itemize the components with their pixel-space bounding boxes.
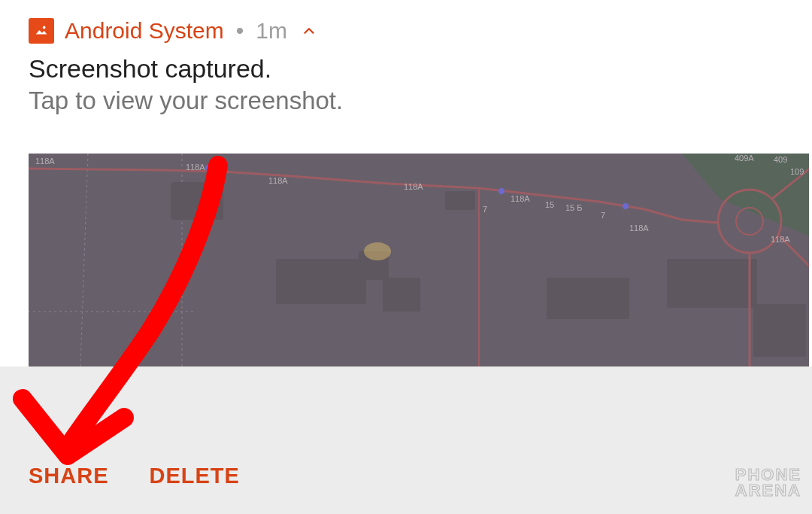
svg-point-1	[43, 26, 46, 29]
gallery-app-icon	[29, 18, 54, 44]
screenshot-thumbnail[interactable]: 118A 118A 118A 118A 118A 15 15 Б 7 7 118…	[29, 154, 809, 366]
svg-point-24	[623, 203, 629, 209]
map-label: 118A	[511, 194, 530, 203]
svg-point-23	[498, 188, 504, 194]
svg-rect-7	[276, 259, 366, 304]
svg-point-14	[364, 242, 391, 260]
map-label: 7	[483, 205, 487, 214]
map-label: 118A	[629, 224, 649, 233]
svg-point-22	[205, 165, 211, 171]
map-label: 409A	[735, 154, 754, 163]
svg-rect-9	[383, 278, 420, 312]
map-label: 118A	[771, 235, 790, 244]
notification-subtitle: Tap to view your screenshot.	[29, 87, 783, 115]
map-label: 7	[601, 211, 605, 220]
map-label: 109	[790, 167, 804, 176]
notification-actions: SHARE DELETE	[0, 366, 812, 514]
watermark-logo: PHONE ARENA	[735, 467, 801, 499]
map-label: 118A	[186, 163, 205, 172]
svg-rect-13	[753, 304, 806, 357]
svg-rect-12	[667, 259, 757, 308]
watermark-line2: ARENA	[735, 483, 801, 499]
notification-header[interactable]: Android System • 1m	[29, 18, 783, 44]
separator-dot: •	[236, 18, 244, 44]
map-label: 118A	[404, 182, 423, 191]
app-name-label: Android System	[65, 18, 224, 44]
svg-rect-11	[547, 278, 629, 319]
notification-title: Screenshot captured.	[29, 54, 783, 84]
share-button[interactable]: SHARE	[29, 464, 109, 488]
map-label: 15 Б	[565, 203, 583, 212]
timestamp-label: 1m	[256, 18, 287, 44]
map-label: 409	[774, 155, 787, 164]
svg-rect-10	[445, 191, 475, 210]
map-label: 15	[545, 200, 554, 209]
svg-rect-0	[33, 23, 50, 39]
map-label: 118A	[35, 157, 55, 166]
svg-rect-6	[171, 182, 223, 220]
chevron-up-icon[interactable]	[301, 23, 317, 39]
map-label: 118A	[268, 176, 288, 185]
delete-button[interactable]: DELETE	[150, 464, 240, 488]
